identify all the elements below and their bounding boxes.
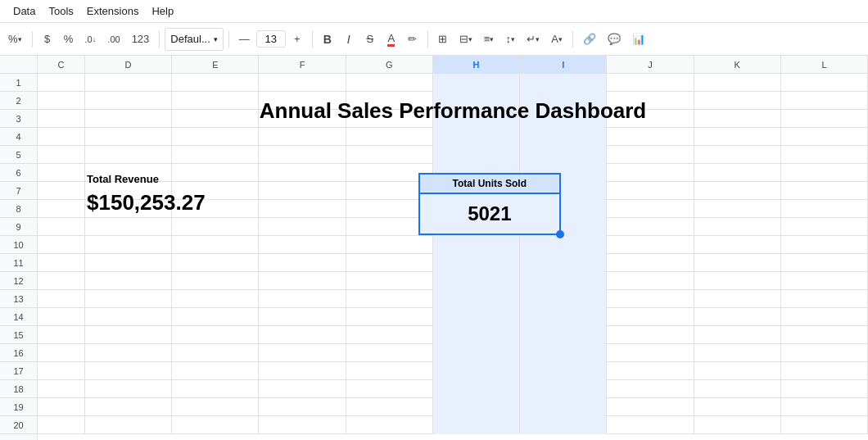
col-header-d[interactable]: D [85, 56, 172, 74]
row-num-7[interactable]: 7 [0, 182, 37, 200]
row-num-10[interactable]: 10 [0, 236, 37, 254]
font-family-dropdown[interactable]: Defaul... ▾ [165, 28, 223, 51]
separator-4 [312, 31, 313, 48]
row-num-11[interactable]: 11 [0, 254, 37, 272]
align-icon: ≡ [484, 33, 491, 45]
dashboard-title: Annual Sales Performance Dashboard [87, 98, 819, 124]
chart-icon: 📊 [632, 33, 645, 45]
total-revenue-value: $150,253.27 [87, 190, 206, 215]
row-num-14[interactable]: 14 [0, 308, 37, 326]
font-size-increase-button[interactable]: + [287, 27, 307, 52]
total-units-value[interactable]: 5021 [418, 194, 561, 235]
total-units-label: Total Units Sold [418, 173, 561, 194]
number-format-button[interactable]: 123 [127, 27, 155, 52]
chart-button[interactable]: 📊 [627, 27, 650, 52]
highlight-icon: ✏ [408, 33, 417, 45]
dashboard-container: Annual Sales Performance Dashboard Total… [38, 74, 868, 440]
separator-3 [228, 31, 229, 48]
separator-1 [32, 31, 33, 48]
row-num-16[interactable]: 16 [0, 344, 37, 362]
text-color-button[interactable]: A [382, 27, 401, 52]
chevron-down-icon: ▾ [18, 35, 22, 43]
comment-button[interactable]: 💬 [603, 27, 626, 52]
highlight-color-button[interactable]: ✏ [403, 27, 423, 52]
menu-data[interactable]: Data [7, 3, 42, 19]
merge-button[interactable]: ⊟ ▾ [454, 27, 477, 52]
vertical-align-button[interactable]: ↕ ▾ [500, 27, 520, 52]
menu-extensions[interactable]: Extensions [80, 3, 146, 19]
separator-6 [572, 31, 573, 48]
col-header-h[interactable]: H [433, 56, 520, 74]
metrics-row: Total Revenue $150,253.27 Total Units So… [87, 173, 819, 235]
selection-handle[interactable] [556, 230, 564, 238]
text-rotation-icon: A [551, 33, 558, 45]
text-color-icon: A [387, 32, 395, 47]
separator-2 [159, 31, 160, 48]
menu-help[interactable]: Help [145, 3, 180, 19]
row-num-19[interactable]: 19 [0, 398, 37, 416]
strikethrough-button[interactable]: S [360, 27, 380, 52]
comment-icon: 💬 [608, 33, 621, 45]
row-num-8[interactable]: 8 [0, 200, 37, 218]
percent-format-dropdown[interactable]: % ▾ [3, 27, 27, 52]
menu-tools[interactable]: Tools [42, 3, 79, 19]
italic-button[interactable]: I [339, 27, 359, 52]
row-num-header [0, 56, 38, 73]
row-num-3[interactable]: 3 [0, 110, 37, 128]
row-num-9[interactable]: 9 [0, 218, 37, 236]
row-num-1[interactable]: 1 [0, 74, 37, 92]
row-num-4[interactable]: 4 [0, 128, 37, 146]
merge-icon: ⊟ [459, 33, 468, 45]
decimal-increase-button[interactable]: .00 [102, 27, 124, 52]
col-header-j[interactable]: J [607, 56, 694, 74]
percent-label: % [8, 33, 18, 45]
grid-columns: Annual Sales Performance Dashboard Total… [38, 74, 868, 440]
col-header-c[interactable]: C [38, 56, 85, 74]
row-num-13[interactable]: 13 [0, 290, 37, 308]
row-num-12[interactable]: 12 [0, 272, 37, 290]
total-units-number: 5021 [468, 202, 511, 225]
chevron-down-icon-2: ▾ [214, 35, 218, 43]
font-size-box[interactable]: 13 [256, 30, 286, 48]
borders-icon: ⊞ [438, 33, 447, 45]
bold-button[interactable]: B [318, 27, 337, 52]
toolbar: % ▾ $ % .0↓ .00 123 Defaul... ▾ — 13 + B… [0, 23, 868, 56]
col-header-e[interactable]: E [172, 56, 259, 74]
text-rotation-button[interactable]: A ▾ [546, 27, 567, 52]
chevron-down-icon-6: ▾ [536, 35, 540, 43]
row-num-15[interactable]: 15 [0, 326, 37, 344]
row-num-20[interactable]: 20 [0, 416, 37, 434]
col-header-f[interactable]: F [259, 56, 346, 74]
row-numbers: 1 2 3 4 5 6 7 8 9 10 11 12 13 14 15 16 1… [0, 74, 38, 440]
spreadsheet-area: 1 2 3 4 5 6 7 8 9 10 11 12 13 14 15 16 1… [0, 74, 868, 440]
text-wrap-icon: ↵ [527, 33, 536, 45]
separator-5 [427, 31, 428, 48]
col-header-i[interactable]: I [520, 56, 607, 74]
align-button[interactable]: ≡ ▾ [479, 27, 500, 52]
chevron-down-icon-5: ▾ [511, 35, 515, 43]
chevron-down-icon-3: ▾ [468, 35, 472, 43]
chevron-down-icon-4: ▾ [490, 35, 494, 43]
col-header-g[interactable]: G [346, 56, 433, 74]
row-num-5[interactable]: 5 [0, 146, 37, 164]
percent-button[interactable]: % [59, 27, 79, 52]
col-header-l[interactable]: L [781, 56, 868, 74]
currency-button[interactable]: $ [38, 27, 57, 52]
font-size-decrease-button[interactable]: — [234, 27, 255, 52]
content-area: 1 2 3 4 5 6 7 8 9 10 11 12 13 14 15 16 1… [0, 74, 868, 440]
decimal-decrease-button[interactable]: .0↓ [80, 27, 102, 52]
total-revenue-label: Total Revenue [87, 173, 206, 185]
menu-bar: Data Tools Extensions Help [0, 0, 868, 23]
row-num-6[interactable]: 6 [0, 164, 37, 182]
row-num-18[interactable]: 18 [0, 380, 37, 398]
col-header-k[interactable]: K [694, 56, 781, 74]
column-headers: C D E F G H I J K L [0, 56, 868, 74]
link-icon: 🔗 [583, 33, 596, 45]
link-button[interactable]: 🔗 [578, 27, 601, 52]
chevron-down-icon-7: ▾ [558, 35, 563, 43]
borders-button[interactable]: ⊞ [433, 27, 453, 52]
total-units-block[interactable]: Total Units Sold 5021 [418, 173, 561, 235]
row-num-17[interactable]: 17 [0, 362, 37, 380]
text-wrap-button[interactable]: ↵ ▾ [522, 27, 545, 52]
row-num-2[interactable]: 2 [0, 92, 37, 110]
